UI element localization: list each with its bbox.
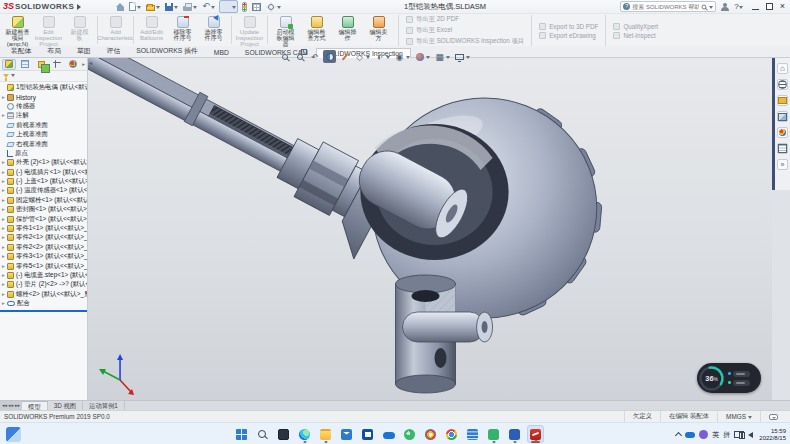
taskbar-app-button[interactable] xyxy=(443,425,460,443)
tree-item[interactable]: 原点 xyxy=(0,149,87,158)
security-shield-icon[interactable] xyxy=(699,430,708,439)
tree-item[interactable]: 前视基准面 xyxy=(0,121,87,130)
ribbon-button[interactable]: Add Characteristic xyxy=(100,15,131,46)
tab-dimxpertmanager[interactable] xyxy=(50,59,64,70)
ribbon-button[interactable]: 选择零 件序号 xyxy=(198,15,229,46)
ribbon-button[interactable]: Add/Edit Balloons xyxy=(136,15,167,46)
taskbar-app-button[interactable] xyxy=(485,425,502,443)
commandmanager-tab[interactable]: SOLIDWORKS 插件 xyxy=(128,44,206,57)
view-palette-tab[interactable] xyxy=(777,111,788,122)
tree-item[interactable]: 零件1<1> (默认<<默认>_显示状态 xyxy=(0,224,87,233)
model-probe-tube[interactable] xyxy=(88,58,408,259)
select-tool-button[interactable] xyxy=(219,0,238,13)
solidworks-resources-tab[interactable] xyxy=(777,63,788,74)
export-menu-item[interactable]: Export to 3D PDF xyxy=(539,23,598,30)
screen-recorder-overlay[interactable]: 36% xyxy=(697,363,761,393)
tree-item[interactable]: 上视基准面 xyxy=(0,130,87,139)
taskbar-app-button[interactable] xyxy=(464,425,481,443)
taskbar-app-button[interactable] xyxy=(296,425,313,443)
taskbar-app-button[interactable] xyxy=(317,425,334,443)
ribbon-button[interactable]: 编辑操 作 xyxy=(332,15,363,46)
featuremanager-filter[interactable] xyxy=(0,71,87,82)
solidworks-forum-tab[interactable] xyxy=(777,159,788,170)
recorder-button-2[interactable] xyxy=(728,380,750,386)
tree-item[interactable]: 1型铠装热电偶 (默认<默认_显示状态-1> xyxy=(0,83,87,92)
minimize-button[interactable] xyxy=(752,3,759,10)
home-button[interactable] xyxy=(116,0,125,13)
tree-item[interactable]: (-) 垫片 (2)<2> ->? (默认<<默认 xyxy=(0,280,87,289)
design-library-tab[interactable] xyxy=(777,79,788,90)
taskbar-app-button[interactable] xyxy=(275,425,292,443)
ribbon-button[interactable]: Update Inspection Project xyxy=(234,15,265,46)
new-document-button[interactable] xyxy=(128,0,142,13)
view-tab[interactable]: 模型 xyxy=(22,401,48,410)
section-view-button[interactable] xyxy=(323,50,336,63)
recorder-progress-circle[interactable]: 36% xyxy=(698,365,725,392)
tab-propertymanager[interactable] xyxy=(18,59,32,70)
tab-featuremanager-tree[interactable] xyxy=(2,59,16,70)
assembly-3d-model[interactable] xyxy=(88,58,772,400)
commandmanager-tab[interactable]: MBD xyxy=(206,47,237,57)
language-indicator-en[interactable]: 英 xyxy=(712,430,719,440)
taskbar-app-button[interactable] xyxy=(359,425,376,443)
first-tab-arrow-icon[interactable] xyxy=(2,401,7,410)
commandmanager-tab[interactable]: 布局 xyxy=(39,44,69,57)
tree-item[interactable]: 固定螺栓<1> (默认<<默认>_显示状 xyxy=(0,196,87,205)
zoom-to-fit-button[interactable] xyxy=(278,50,291,63)
search-input[interactable] xyxy=(632,4,699,10)
previous-view-button[interactable] xyxy=(308,50,321,63)
restore-button[interactable] xyxy=(766,3,773,10)
tree-item[interactable]: (-) 电缆插片<1> (默认<<默认>_显 xyxy=(0,168,87,177)
export-menu-item[interactable]: 导出至 2D PDF xyxy=(406,15,524,24)
view-tab[interactable]: 运动算例1 xyxy=(83,401,125,410)
tab-displaymanager[interactable] xyxy=(66,59,80,70)
custom-properties-tab[interactable] xyxy=(777,143,788,154)
user-account-icon[interactable] xyxy=(721,3,729,11)
view-tab[interactable]: 3D 视图 xyxy=(48,401,83,410)
tree-item[interactable]: (-) 上盖<1> (默认<<默认>_显示状 xyxy=(0,177,87,186)
tree-item[interactable]: 传感器 xyxy=(0,102,87,111)
clock[interactable]: 15:59 2022/8/15 xyxy=(759,428,786,441)
help-search-box[interactable]: ? xyxy=(620,1,716,12)
comment-cell[interactable] xyxy=(760,411,786,422)
ribbon-button[interactable]: 启动模 板编辑 器 xyxy=(270,15,301,46)
commandmanager-tab[interactable]: 装配体 xyxy=(3,44,39,57)
tree-item[interactable]: (-) 电缆盖.step<1> (默认<<默认> xyxy=(0,271,87,280)
ribbon-button[interactable]: 新建检查 项目 (amp;N) xyxy=(2,15,33,46)
tree-item[interactable]: 螺栓<2> (默认<<默认>_显示状态 xyxy=(0,290,87,299)
display-style-button[interactable] xyxy=(373,50,391,63)
taskbar-app-button[interactable] xyxy=(506,425,523,443)
next-tab-arrow-icon[interactable] xyxy=(12,401,15,410)
save-button[interactable] xyxy=(164,0,179,13)
ribbon-button[interactable]: Edit Inspection Project xyxy=(33,15,64,46)
taskbar-app-button[interactable] xyxy=(422,425,439,443)
open-button[interactable] xyxy=(145,0,161,13)
edit-appearance-button[interactable] xyxy=(413,50,431,63)
taskbar-app-button[interactable] xyxy=(338,425,355,443)
ribbon-button[interactable]: 新建模 板 xyxy=(64,15,95,46)
tree-item[interactable]: 零件2<1> (默认<<默认>_显示状态 xyxy=(0,233,87,242)
menu-expand-icon[interactable] xyxy=(77,4,84,10)
tab-configurationmanager[interactable] xyxy=(34,59,48,70)
taskbar-app-button[interactable] xyxy=(254,425,271,443)
tree-item[interactable]: 配合 xyxy=(0,299,87,308)
export-menu-item[interactable]: QualityXpert xyxy=(613,23,658,30)
volume-icon[interactable] xyxy=(748,432,753,438)
export-menu-item[interactable]: Net-Inspect xyxy=(613,32,658,39)
export-menu-item[interactable]: Export eDrawing xyxy=(539,32,598,39)
featuremanager-collapse-arrow[interactable] xyxy=(89,59,92,66)
ribbon-button[interactable]: 移除零 件序号 xyxy=(167,15,198,46)
tree-item[interactable]: 零件2<2> (默认<<默认>_显示状态 xyxy=(0,243,87,252)
options-button[interactable] xyxy=(265,0,282,13)
ribbon-button[interactable]: 编辑卖 方 xyxy=(363,15,394,46)
recorder-button-1[interactable] xyxy=(728,371,750,377)
display-settings-button[interactable] xyxy=(251,0,262,13)
units-selector[interactable]: MMGS xyxy=(717,411,760,422)
tree-item[interactable]: 密封圈<1> (默认<<默认>_显示状态 xyxy=(0,205,87,214)
model-dome-head[interactable] xyxy=(350,98,602,318)
taskbar-app-button[interactable] xyxy=(401,425,418,443)
file-explorer-tab[interactable] xyxy=(777,95,788,106)
zoom-to-area-button[interactable] xyxy=(293,50,306,63)
help-button[interactable]: ? xyxy=(734,2,742,11)
ribbon-button[interactable]: 编辑检 查方式 xyxy=(301,15,332,46)
